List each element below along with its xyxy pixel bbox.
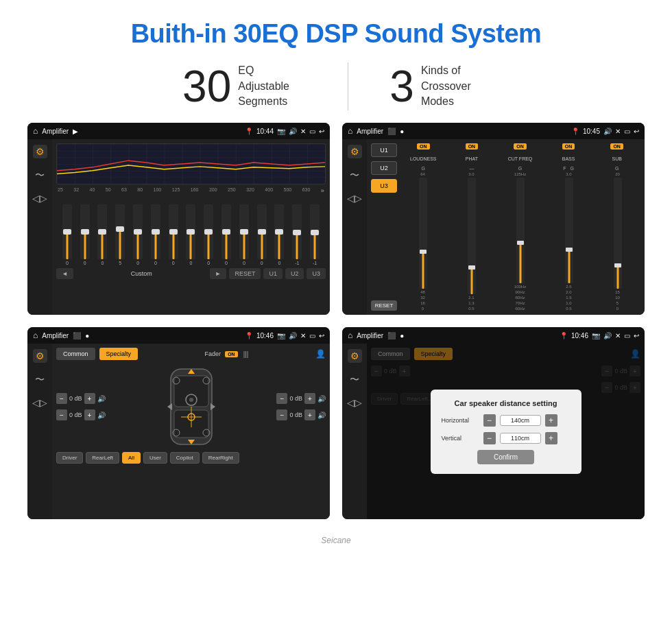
main-crossover-area: U1 U2 U3 RESET ON LOUDNESS ON [367,139,645,315]
location-icon-1: 📍 [245,128,253,135]
eq-slider-5[interactable]: 0 [147,204,164,265]
window-icon-3[interactable]: ▭ [309,332,315,339]
eq-icon-3[interactable]: ⚙ [33,349,47,363]
bass-slider-f[interactable] [565,178,573,283]
status-bar-3: ⌂ Amplifier ⬛ ● 📍 10:46 📷 🔊 ✕ ▭ ↩ [27,327,330,344]
eq-reset-btn[interactable]: RESET [229,268,261,279]
db-minus-lb[interactable]: − [56,409,67,420]
close-icon-4[interactable]: ✕ [615,332,621,339]
wave-icon-1[interactable]: 〜 [35,169,45,182]
screen-content-2: ⚙ 〜 ◁▷ U1 U2 U3 RESET ON [342,139,645,315]
eq-slider-8[interactable]: 0 [200,204,217,265]
back-icon-2[interactable]: ↩ [634,128,639,135]
loudness-slider[interactable] [419,178,427,289]
vertical-minus-btn[interactable]: − [483,432,496,444]
volume-sidebar-icon-3[interactable]: ◁▷ [32,397,47,408]
eq-next-btn[interactable]: ► [210,268,227,279]
eq-u3-btn[interactable]: U3 [307,268,326,279]
user-btn-3[interactable]: User [143,452,167,464]
horizontal-minus-btn[interactable]: − [483,414,496,427]
window-icon-4[interactable]: ▭ [624,332,630,339]
db-minus-lt[interactable]: − [56,393,67,404]
db-plus-rt[interactable]: + [304,393,315,404]
screens-grid: ⌂ Amplifier ▶ 📍 10:44 📷 🔊 ✕ ▭ ↩ ⚙ 〜 ◁▷ [0,123,672,533]
window-icon-2[interactable]: ▭ [624,128,630,135]
phat-col: 3.0 2.1 1.3 0.5 [448,172,494,311]
volume-sidebar-icon-2[interactable]: ◁▷ [347,193,362,204]
preset-u1[interactable]: U1 [371,143,397,157]
db-minus-rt[interactable]: − [276,393,287,404]
reset-crossover-btn[interactable]: RESET [371,300,397,311]
back-icon-3[interactable]: ↩ [319,332,324,339]
eq-slider-3[interactable]: 5 [112,204,128,265]
bands-sliders: 64 48 32 16 0 [400,172,640,311]
back-icon-1[interactable]: ↩ [319,128,324,135]
db-plus-lt[interactable]: + [84,393,95,404]
eq-slider-11[interactable]: 0 [254,204,270,265]
copilot-btn-3[interactable]: Copilot [170,452,200,464]
wave-icon-3[interactable]: 〜 [35,374,45,386]
common-tab-3[interactable]: Common [56,348,95,360]
cutfreq-slider-f[interactable] [516,178,525,283]
time-3: 10:46 [256,332,274,339]
db-plus-rb[interactable]: + [304,409,315,420]
close-icon-3[interactable]: ✕ [300,332,306,339]
eq-prev-btn[interactable]: ◄ [56,268,73,279]
home-icon-1[interactable]: ⌂ [33,126,38,136]
sidebar-4: ⚙ 〜 ◁▷ [342,344,367,519]
vertical-plus-btn[interactable]: + [545,432,557,444]
preset-u3[interactable]: U3 [371,179,397,193]
window-icon-1[interactable]: ▭ [309,128,315,135]
cutfreq-label: CUT FREQ [508,156,533,161]
wave-icon-2[interactable]: 〜 [350,169,359,182]
home-icon-2[interactable]: ⌂ [348,126,352,136]
stat-text-crossover: Kinds ofCrossover Modes [421,63,490,109]
rearright-btn-3[interactable]: RearRight [202,452,239,464]
eq-slider-10[interactable]: 0 [236,204,252,265]
svg-point-5 [189,398,193,402]
eq-u1-btn[interactable]: U1 [263,268,283,279]
eq-slider-14[interactable]: -1 [307,204,323,265]
eq-slider-2[interactable]: 0 [95,204,111,265]
eq-slider-0[interactable]: 0 [59,204,75,265]
eq-slider-4[interactable]: 0 [130,204,146,265]
db-plus-lb[interactable]: + [84,409,95,420]
horizontal-plus-btn[interactable]: + [545,414,557,427]
phat-slider[interactable] [468,178,476,294]
eq-slider-12[interactable]: 0 [272,204,288,265]
screen-content-4: ⚙ 〜 ◁▷ Common Specialty 👤 − 0 dB + [342,344,645,519]
close-icon-1[interactable]: ✕ [300,128,306,135]
eq-slider-13[interactable]: -1 [289,204,305,265]
home-icon-3[interactable]: ⌂ [33,331,38,340]
eq-slider-7[interactable]: 0 [183,204,200,265]
back-icon-4[interactable]: ↩ [634,332,639,339]
eq-icon-4[interactable]: ⚙ [348,349,362,363]
close-icon-2[interactable]: ✕ [615,128,621,135]
play-icon-1[interactable]: ▶ [73,128,78,135]
eq-freq-labels: 2532405063 80100125160200 25032040050063… [56,187,326,194]
main-distance-area: Common Specialty 👤 − 0 dB + [367,344,645,519]
volume-icon-1: 🔊 [289,128,297,135]
confirm-button[interactable]: Confirm [477,450,534,464]
stat-number-crossover: 3 [389,64,414,108]
volume-sidebar-icon-1[interactable]: ◁▷ [32,193,47,204]
home-icon-4[interactable]: ⌂ [348,331,352,340]
eq-slider-6[interactable]: 0 [165,204,182,265]
eq-u2-btn[interactable]: U2 [285,268,304,279]
preset-u2[interactable]: U2 [371,161,397,175]
sub-slider[interactable] [614,178,622,289]
all-btn-3[interactable]: All [122,452,141,464]
db-minus-rb[interactable]: − [276,409,287,420]
volume-sidebar-icon-4[interactable]: ◁▷ [347,397,362,408]
eq-slider-1[interactable]: 0 [77,204,93,265]
status-bar-2: ⌂ Amplifier ⬛ ● 📍 10:45 🔊 ✕ ▭ ↩ [342,123,645,139]
eq-icon-2[interactable]: ⚙ [348,145,362,158]
wave-icon-4[interactable]: 〜 [350,374,359,386]
driver-btn-3[interactable]: Driver [56,452,83,464]
location-icon-2: 📍 [571,128,579,135]
rearleft-btn-3[interactable]: RearLeft [86,452,119,464]
eq-slider-9[interactable]: 0 [218,204,235,265]
eq-icon-1[interactable]: ⚙ [33,145,47,158]
specialty-tab-3[interactable]: Specialty [99,348,139,360]
sub-on-badge: ON [610,143,623,150]
